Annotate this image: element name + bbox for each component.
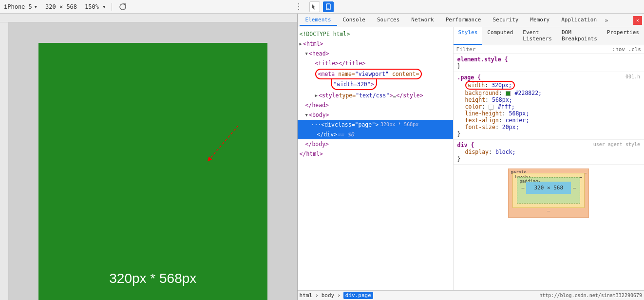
- filter-hint: :hov .cls: [612, 46, 641, 53]
- breadcrumb-body[interactable]: body: [322, 292, 335, 299]
- color-swatch: [489, 105, 493, 110]
- html-head-line[interactable]: ▼ <head>: [298, 49, 453, 58]
- html-title-line[interactable]: <title></title>: [298, 58, 453, 68]
- main-content: 320px * 568px Elements Console S: [0, 14, 644, 300]
- styles-tab-styles[interactable]: Styles: [454, 27, 483, 45]
- css-width-oval: width: 320px;: [465, 81, 515, 90]
- zoom-level: 150%: [85, 3, 99, 10]
- meta-value-oval: "width=320">: [331, 79, 377, 90]
- styles-tabs: Styles Computed Event Listeners DOM Brea…: [454, 27, 644, 45]
- zoom-selector[interactable]: 150% ▾: [85, 3, 106, 10]
- toolbar-divider: [112, 3, 112, 11]
- dimensions-display: 320 × 568: [45, 3, 77, 10]
- styles-tab-computed[interactable]: Computed: [482, 27, 518, 45]
- style-triangle-icon[interactable]: ▶: [315, 91, 318, 100]
- box-margin: margin – border – padding- –: [508, 169, 589, 218]
- breadcrumb-div-page[interactable]: div.page: [343, 292, 373, 299]
- preview-content-text: 320px * 568px: [109, 271, 196, 286]
- filter-bar: :hov .cls: [454, 45, 644, 54]
- tab-security[interactable]: Security: [487, 15, 524, 26]
- tab-network[interactable]: Network: [405, 15, 439, 26]
- device-arrow-icon: ▾: [34, 3, 38, 10]
- device-name: iPhone 5: [4, 3, 32, 10]
- html-panel[interactable]: <!DOCTYPE html> ▶ <html> ▼ <head> <title…: [298, 27, 454, 290]
- status-bar: html › body › div.page http://blog.csdn.…: [298, 290, 644, 300]
- breadcrumb-html[interactable]: html: [300, 292, 313, 299]
- html-div-page-line[interactable]: ··· <div class="page"> 320px * 568px: [298, 120, 453, 130]
- preview-panel: 320px * 568px: [0, 14, 298, 300]
- devtools-body: <!DOCTYPE html> ▶ <html> ▼ <head> <title…: [298, 27, 644, 290]
- triangle-icon[interactable]: ▶: [300, 39, 302, 48]
- css-rule-div: div { user agent style display: block; }: [454, 140, 644, 165]
- close-devtools-button[interactable]: ✕: [633, 16, 642, 25]
- zoom-arrow-icon: ▾: [102, 3, 106, 10]
- styles-tab-dom-breakpoints[interactable]: DOM Breakpoints: [557, 27, 602, 45]
- status-url: http://blog.csdn.net/sinat332290679: [539, 293, 642, 298]
- html-close-html-line: </html>: [298, 149, 453, 159]
- device-toolbar-icon[interactable]: [323, 1, 334, 12]
- tab-application[interactable]: Application: [555, 15, 603, 26]
- svg-point-0: [120, 4, 126, 10]
- svg-line-6: [209, 126, 238, 160]
- inspect-element-icon[interactable]: [309, 1, 320, 12]
- tab-performance[interactable]: Performance: [440, 15, 487, 26]
- box-model-diagram: margin – border – padding- –: [508, 169, 589, 218]
- css-width-property: width: 320px;: [457, 81, 640, 90]
- filter-input[interactable]: [456, 46, 608, 53]
- more-options-button[interactable]: ⋮: [295, 2, 303, 11]
- device-selector[interactable]: iPhone 5 ▾: [4, 3, 38, 10]
- css-panel: Styles Computed Event Listeners DOM Brea…: [454, 27, 644, 290]
- html-tag-line[interactable]: ▶ <html>: [298, 39, 453, 49]
- html-close-head-line: </head>: [298, 100, 453, 110]
- tab-console[interactable]: Console: [337, 15, 371, 26]
- tab-elements[interactable]: Elements: [300, 15, 337, 26]
- dashed-arrow-annotation: [199, 121, 258, 179]
- box-border: border – padding- – 320 × 568: [512, 173, 585, 208]
- styles-tab-properties[interactable]: Properties: [602, 27, 644, 45]
- preview-device: 320px * 568px: [38, 43, 267, 300]
- css-rule-element-style: element.style { }: [454, 54, 644, 72]
- html-close-body-line: </body>: [298, 139, 453, 149]
- box-content-size: 320 × 568: [526, 182, 571, 194]
- html-div-close-line[interactable]: </div> == $0: [298, 130, 453, 139]
- devtools-tabs: Elements Console Sources Network Perform…: [298, 14, 644, 27]
- html-meta-value-line: "width=320">: [298, 80, 453, 91]
- tab-sources[interactable]: Sources: [371, 15, 405, 26]
- box-model-container: margin – border – padding- –: [454, 165, 644, 222]
- top-toolbar: iPhone 5 ▾ 320 × 568 150% ▾ ⋮: [0, 0, 644, 14]
- rotate-icon[interactable]: [118, 2, 128, 12]
- html-doctype-line: <!DOCTYPE html>: [298, 29, 453, 39]
- styles-tab-event-listeners[interactable]: Event Listeners: [518, 27, 557, 45]
- head-triangle-icon[interactable]: ▼: [305, 49, 308, 58]
- box-padding: padding- – 320 × 568 – –: [517, 177, 580, 204]
- html-body-line[interactable]: ▼ <body>: [298, 110, 453, 120]
- devtools-panel: Elements Console Sources Network Perform…: [298, 14, 644, 300]
- html-meta-line[interactable]: <meta name="viewport" content=: [298, 68, 453, 80]
- css-rule-page: .page { 001.h width: 320px; background:: [454, 72, 644, 140]
- body-triangle-icon[interactable]: ▼: [305, 111, 308, 119]
- tab-memory[interactable]: Memory: [524, 15, 555, 26]
- html-style-line[interactable]: ▶ <style type="text/css" > … </style>: [298, 91, 453, 100]
- more-tabs-button[interactable]: »: [605, 17, 608, 24]
- meta-oval-annotation: <meta name="viewport" content=: [315, 69, 422, 79]
- bg-color-swatch: [506, 91, 511, 96]
